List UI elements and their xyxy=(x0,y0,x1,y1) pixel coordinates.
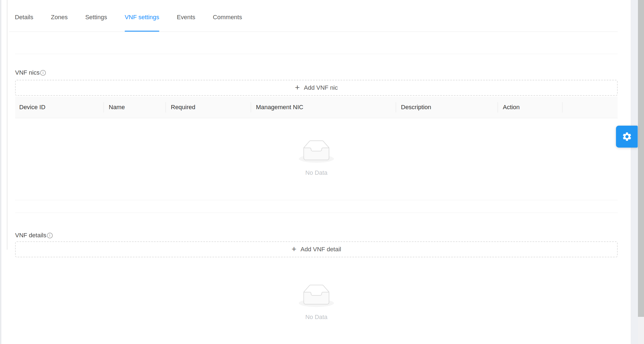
panel-left-border xyxy=(7,0,7,250)
vnf-settings-page: Details Zones Settings VNF settings Even… xyxy=(0,0,644,344)
tab-vnf-settings[interactable]: VNF settings xyxy=(125,0,159,32)
column-header-description: Description xyxy=(396,97,498,118)
plus-icon: + xyxy=(292,245,297,253)
column-header-device-id: Device ID xyxy=(15,97,104,118)
vnf-nics-label: VNF nics i xyxy=(15,69,618,76)
main-content: Details Zones Settings VNF settings Even… xyxy=(9,0,618,321)
empty-box-icon xyxy=(299,140,334,163)
no-data-text: No Data xyxy=(305,314,328,321)
info-icon[interactable]: i xyxy=(40,70,46,76)
column-header-management-nic: Management NIC xyxy=(251,97,396,118)
add-vnf-nic-button[interactable]: + Add VNF nic xyxy=(15,80,618,96)
info-icon[interactable]: i xyxy=(47,233,53,238)
tab-zones[interactable]: Zones xyxy=(51,0,68,32)
vnf-nics-empty-state: No Data xyxy=(15,118,618,200)
tab-bar: Details Zones Settings VNF settings Even… xyxy=(9,0,618,32)
column-header-spacer xyxy=(562,97,618,118)
gear-icon xyxy=(622,131,632,142)
add-vnf-nic-label: Add VNF nic xyxy=(304,84,338,91)
settings-gear-button[interactable] xyxy=(616,126,638,148)
vnf-details-title: VNF details xyxy=(15,232,46,239)
tab-settings[interactable]: Settings xyxy=(85,0,107,32)
section-divider xyxy=(15,213,618,213)
vnf-nics-table-header: Device ID Name Required Management NIC D… xyxy=(15,97,618,118)
add-vnf-detail-label: Add VNF detail xyxy=(300,246,341,253)
column-header-required: Required xyxy=(166,97,251,118)
left-edge-strip xyxy=(0,0,1,344)
add-vnf-detail-button[interactable]: + Add VNF detail xyxy=(15,241,618,257)
inner-scrollbar-track[interactable] xyxy=(631,0,638,344)
tab-details[interactable]: Details xyxy=(15,0,33,32)
no-data-text: No Data xyxy=(305,169,328,176)
empty-box-icon xyxy=(299,284,334,307)
column-header-name: Name xyxy=(104,97,166,118)
outer-scrollbar-thumb[interactable] xyxy=(638,0,644,317)
tab-comments[interactable]: Comments xyxy=(213,0,242,32)
section-divider xyxy=(15,54,618,54)
column-header-action: Action xyxy=(498,97,562,118)
vnf-details-empty-state: No Data xyxy=(15,257,618,321)
vnf-details-label: VNF details i xyxy=(15,232,618,239)
vnf-nics-title: VNF nics xyxy=(15,69,40,76)
tab-events[interactable]: Events xyxy=(177,0,195,32)
plus-icon: + xyxy=(295,83,300,92)
